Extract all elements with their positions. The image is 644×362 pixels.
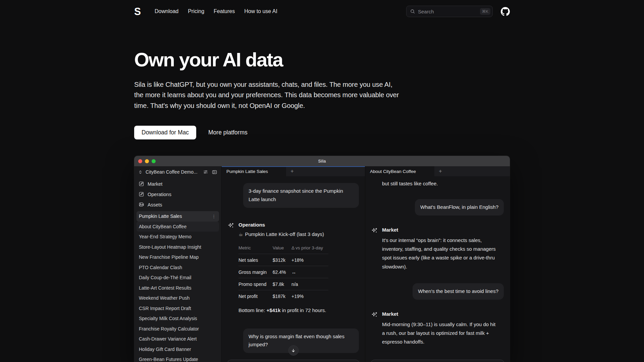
sidebar-item-franchise-royalty-calculator[interactable]: Franchise Royalty Calculator xyxy=(137,324,219,334)
search-input[interactable] xyxy=(415,9,480,14)
workspace-switcher-icon[interactable] xyxy=(137,169,144,175)
nav-link-pricing[interactable]: Pricing xyxy=(188,8,204,14)
table-header: Metric xyxy=(238,244,273,254)
edit-icon xyxy=(139,191,144,197)
minimize-window-button[interactable] xyxy=(145,159,149,163)
sidebar-item-specialty-milk-cost-analysis[interactable]: Specialty Milk Cost Analysis xyxy=(137,313,219,324)
sidebar-item-operations[interactable]: Operations xyxy=(137,189,219,199)
hero-description: Sila is like ChatGPT, but you own your a… xyxy=(134,79,402,111)
nav-link-features[interactable]: Features xyxy=(214,8,235,14)
assistant-name: Operations xyxy=(238,222,359,228)
close-window-button[interactable] xyxy=(138,159,142,163)
sidebar-item-year-end-strategy-memo[interactable]: Year-End Strategy Memo xyxy=(137,232,219,242)
user-message: Why is gross margin flat even though sal… xyxy=(243,328,359,353)
table-header: Value xyxy=(273,244,291,254)
user-message: When's the best time to avoid lines? xyxy=(413,283,504,300)
filter-sliders-icon[interactable] xyxy=(202,169,209,175)
assistant-text: Mid-morning (9:30–11) is usually calm. I… xyxy=(382,320,496,347)
sparkle-icon xyxy=(228,222,234,313)
table-row: Promo spend $7.8k n/a xyxy=(238,278,328,290)
sidebar-item-weekend-weather-push[interactable]: Weekend Weather Push xyxy=(137,293,219,303)
sidebar-item-market[interactable]: Market xyxy=(137,179,219,189)
arrow-down-icon xyxy=(291,348,296,353)
assistant-message: Market Mid-morning (9:30–11) is usually … xyxy=(371,311,504,347)
sidebar-item-new-franchise-pipeline-map[interactable]: New Franchise Pipeline Map xyxy=(137,252,219,262)
sidebar-item-daily-coup-de-the-email[interactable]: Daily Coup-de-Thé Email xyxy=(137,273,219,283)
window-titlebar: Sila xyxy=(134,156,510,166)
sparkle-icon xyxy=(371,227,378,271)
tab-about-citybean-coffee[interactable]: About CityBean Coffee xyxy=(365,166,434,176)
assistant-message-partial: but still tastes like coffee. xyxy=(371,181,504,186)
github-icon[interactable] xyxy=(501,7,510,16)
metrics-table: Metric Value Δ vs prior 3-day Net sales … xyxy=(238,244,328,302)
chat-pane-about-citybean-coffee: About CityBean Coffee + but still tastes… xyxy=(365,166,510,362)
user-message: 3-day finance snapshot since the Pumpkin… xyxy=(243,183,359,208)
sidebar-item-pto-calendar-clash[interactable]: PTO Calendar Clash xyxy=(137,262,219,273)
tab-pumpkin-latte-sales[interactable]: Pumpkin Latte Sales xyxy=(222,166,286,176)
assistant-kickoff-line: ☕Pumpkin Latte Kick-off (last 3 days) xyxy=(238,231,359,237)
sidebar-item-csr-impact-report-draft[interactable]: CSR Impact Report Draft xyxy=(137,303,219,314)
user-message: What's BeanFlow, in plain English? xyxy=(415,199,504,216)
search-shortcut-badge: ⌘K xyxy=(480,8,490,15)
assistant-message: Market It's our internal “ops brain”: it… xyxy=(371,227,504,271)
app-window-screenshot: Sila CityBean Coffee Demo... xyxy=(134,156,510,362)
tab-bar: Pumpkin Latte Sales + xyxy=(222,166,365,176)
edit-icon xyxy=(139,181,144,187)
window-title: Sila xyxy=(318,159,326,164)
collapse-sidebar-icon[interactable] xyxy=(211,169,218,176)
assistant-text: It's our internal “ops brain”: it connec… xyxy=(382,236,496,271)
nav-links: Download Pricing Features How to use AI xyxy=(155,8,277,14)
sparkle-icon xyxy=(371,311,378,347)
top-nav: S Download Pricing Features How to use A… xyxy=(134,0,510,17)
nav-link-how-to-use-ai[interactable]: How to use AI xyxy=(244,8,277,14)
new-tab-button[interactable]: + xyxy=(434,166,446,176)
sidebar-item-store-layout-heatmap-insight[interactable]: Store-Layout Heatmap Insight xyxy=(137,242,219,252)
sidebar-item-about-citybean-coffee[interactable]: About CityBean Coffee xyxy=(137,222,219,232)
image-icon xyxy=(139,202,144,207)
assistant-name: Market xyxy=(382,311,504,317)
more-platforms-link[interactable]: More platforms xyxy=(208,129,248,136)
search-box[interactable]: ⌘K xyxy=(406,6,493,17)
nav-link-download[interactable]: Download xyxy=(155,8,178,14)
active-pane-indicator xyxy=(222,166,365,167)
coffee-icon: ☕ xyxy=(238,231,243,237)
tab-bar: About CityBean Coffee + xyxy=(365,166,510,176)
bottom-line-summary: Bottom line: +$41k in profit in 72 hours… xyxy=(238,307,359,313)
sidebar-item-holiday-gift-card-banner[interactable]: Holiday Gift Card Banner xyxy=(137,344,219,355)
table-row: Net sales $312k +18% xyxy=(238,254,328,266)
table-header: Δ vs prior 3-day xyxy=(291,244,328,254)
scroll-to-bottom-button[interactable] xyxy=(288,345,299,356)
sidebar-item-latte-art-contest-results[interactable]: Latte-Art Contest Results xyxy=(137,283,219,293)
sidebar-item-green-bean-futures-update[interactable]: Green-Bean Futures Update xyxy=(137,354,219,362)
sidebar-item-pumpkin-latte-sales[interactable]: Pumpkin Latte Sales ⋮ xyxy=(137,211,219,222)
sidebar: CityBean Coffee Demo... Market xyxy=(134,166,222,362)
sidebar-item-assets[interactable]: Assets xyxy=(137,199,219,210)
download-for-mac-button[interactable]: Download for Mac xyxy=(134,126,196,139)
sila-logo[interactable]: S xyxy=(134,5,141,17)
message-input[interactable] xyxy=(227,360,360,362)
table-row: Net profit $187k +19% xyxy=(238,290,328,302)
sidebar-item-cash-drawer-variance-alert[interactable]: Cash-Drawer Variance Alert xyxy=(137,334,219,344)
new-tab-button[interactable]: + xyxy=(286,166,298,176)
table-row: Gross margin 62.4% ↔ xyxy=(238,266,328,278)
kebab-menu-icon[interactable]: ⋮ xyxy=(211,214,217,219)
workspace-title[interactable]: CityBean Coffee Demo... xyxy=(146,169,200,175)
chat-pane-pumpkin-latte-sales: Pumpkin Latte Sales + 3-day finance snap… xyxy=(222,166,365,362)
message-input[interactable] xyxy=(371,360,504,362)
zoom-window-button[interactable] xyxy=(152,159,156,163)
assistant-name: Market xyxy=(382,227,504,233)
page-title: Own your AI data xyxy=(134,48,510,71)
assistant-message: Operations ☕Pumpkin Latte Kick-off (last… xyxy=(228,222,359,313)
search-icon xyxy=(410,9,415,14)
